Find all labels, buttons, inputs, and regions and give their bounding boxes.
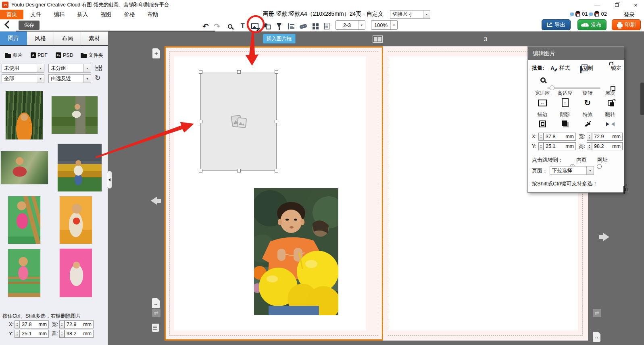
height-fit-button[interactable] — [554, 98, 576, 108]
resize-handle-s[interactable] — [237, 169, 241, 172]
width-stepper[interactable]: ▲▼ — [59, 320, 65, 328]
batch-copy-button[interactable]: 复制 — [583, 64, 593, 72]
menu-item-price[interactable]: 价格 — [120, 10, 139, 19]
import-psd-button[interactable]: PsPSD — [56, 51, 73, 60]
panel-x-field[interactable]: 37.8mm — [544, 133, 576, 141]
tab-layout[interactable]: 布局 — [54, 31, 81, 46]
menu-item-view[interactable]: 视图 — [97, 10, 115, 19]
height-stepper[interactable]: ▲▼ — [59, 330, 65, 338]
sidebar-collapse-handle[interactable] — [107, 171, 112, 189]
tab-assets[interactable]: 素材 — [81, 31, 108, 46]
filter-all-dropdown[interactable]: 全部▼ — [2, 74, 44, 83]
add-page-button[interactable] — [152, 48, 160, 58]
undo-button[interactable] — [201, 21, 210, 31]
qq-penguin-icon-2[interactable] — [594, 11, 599, 17]
page-select-dropdown[interactable]: 下拉选择▼ — [550, 166, 594, 175]
export-button[interactable]: 导出 — [542, 19, 571, 30]
qq-penguin-icon-1[interactable] — [575, 11, 580, 17]
canvas-scrollbar-thumb[interactable] — [640, 83, 644, 115]
width-fit-button[interactable] — [531, 98, 554, 108]
height-field[interactable]: 98.2mm — [65, 330, 94, 338]
width-field[interactable]: 72.9mm — [65, 320, 94, 328]
minimize-button[interactable]: — — [592, 2, 602, 8]
menu-item-file[interactable]: 文件 — [27, 10, 45, 19]
stroke-button[interactable] — [531, 118, 554, 129]
panel-width-stepper[interactable]: ▲▼ — [587, 133, 592, 141]
tab-styles[interactable]: 风格 — [27, 31, 54, 46]
text-tool-button[interactable] — [238, 21, 248, 31]
align-tool-button[interactable] — [286, 21, 296, 31]
import-pdf-button[interactable]: APDF — [31, 51, 48, 60]
swap-page-button-left[interactable] — [152, 309, 160, 317]
print-button[interactable]: 印刷 — [612, 19, 641, 30]
layout-grid-button[interactable] — [311, 21, 320, 31]
resize-handle-nw[interactable] — [199, 70, 202, 74]
close-button[interactable]: × — [630, 2, 641, 8]
crop-tool-button[interactable] — [298, 21, 308, 31]
thumbnail-photo-boy-tree[interactable] — [52, 96, 98, 134]
zoom-tool-button[interactable] — [225, 21, 235, 31]
image-placeholder-frame[interactable] — [200, 72, 277, 171]
swap-page-button-right[interactable] — [593, 309, 601, 317]
import-folder-button[interactable]: 文件夹 — [81, 51, 104, 60]
layer-order-button[interactable] — [599, 98, 621, 108]
shape-tool-button[interactable] — [262, 21, 272, 31]
filter-sort-dropdown[interactable]: 由远及近▼ — [48, 74, 91, 83]
thumbnail-photo-baby-chair-sitting[interactable] — [8, 249, 40, 297]
delete-image-button[interactable] — [623, 186, 625, 194]
panel-x-stepper[interactable]: ▲▼ — [538, 133, 544, 141]
x-field[interactable]: 37.8mm — [20, 320, 49, 328]
menu-item-insert[interactable]: 插入 — [73, 10, 92, 19]
thumbnail-photo-baby-chair-standing[interactable] — [8, 196, 40, 244]
panel-width-field[interactable]: 72.9mm — [592, 133, 623, 141]
resize-handle-w[interactable] — [199, 120, 202, 123]
page-range-dropdown[interactable]: 2-3 ▼ — [336, 20, 365, 30]
tab-pictures[interactable]: 图片 — [0, 31, 27, 46]
grid-view-button[interactable] — [96, 65, 102, 71]
shadow-button[interactable] — [554, 118, 576, 129]
filter-group-dropdown[interactable]: 未分组▼ — [48, 64, 91, 73]
flip-button[interactable] — [599, 118, 621, 129]
spread-view-icon[interactable] — [373, 35, 383, 43]
resize-handle-sw[interactable] — [199, 169, 202, 172]
import-images-button[interactable]: 图片 — [5, 51, 23, 60]
thumbnail-photo-baby-leopard[interactable] — [60, 249, 92, 297]
lock-button[interactable]: 锁定 — [611, 64, 621, 72]
radio-inner-page-label[interactable]: 内页 — [576, 156, 587, 164]
restore-button[interactable] — [611, 2, 622, 8]
resize-page-button-left[interactable] — [152, 298, 160, 308]
zoom-in-icon[interactable] — [540, 77, 546, 83]
resize-handle-n[interactable] — [237, 70, 241, 74]
thumbnail-photo-boy-house[interactable] — [58, 144, 102, 191]
resize-page-button-right[interactable] — [593, 332, 600, 342]
resize-handle-se[interactable] — [275, 169, 278, 172]
menu-item-edit[interactable]: 编辑 — [50, 10, 69, 19]
batch-style-button[interactable]: 样式 — [559, 64, 570, 72]
zoom-level-dropdown[interactable]: 100% ▼ — [371, 20, 398, 30]
y-field[interactable]: 25.1mm — [20, 330, 49, 338]
redo-button[interactable] — [212, 21, 222, 31]
y-stepper[interactable]: ▲▼ — [15, 330, 20, 338]
filter-used-dropdown[interactable]: 未使用▼ — [2, 64, 44, 73]
resize-handle-ne[interactable] — [275, 70, 278, 74]
image-zoom-slider[interactable] — [547, 87, 600, 89]
thumbnail-photo-boy-bamboo[interactable] — [6, 91, 43, 139]
rotate-button[interactable] — [576, 98, 599, 108]
save-button[interactable]: 保存 — [19, 21, 40, 30]
page-doc-button[interactable] — [322, 21, 331, 31]
copy-page-button-left[interactable] — [152, 324, 159, 332]
x-stepper[interactable]: ▲▼ — [15, 320, 20, 328]
refresh-button[interactable] — [95, 74, 100, 82]
panel-height-field[interactable]: 98.2mm — [592, 142, 623, 150]
resize-handle-e[interactable] — [275, 120, 278, 123]
login-link[interactable]: 登录 — [624, 11, 635, 19]
thumbnail-photo-baby-orange[interactable] — [60, 196, 92, 244]
effects-button[interactable] — [576, 118, 599, 129]
menu-item-help[interactable]: 帮助 — [144, 10, 162, 19]
radio-url[interactable] — [597, 164, 602, 169]
pen-tool-button[interactable] — [274, 21, 284, 31]
thumbnail-photo-boy-plaid[interactable] — [1, 151, 48, 184]
previous-page-arrow[interactable] — [151, 197, 157, 205]
panel-y-stepper[interactable]: ▲▼ — [538, 142, 544, 150]
insert-image-frame-button[interactable] — [250, 21, 260, 31]
